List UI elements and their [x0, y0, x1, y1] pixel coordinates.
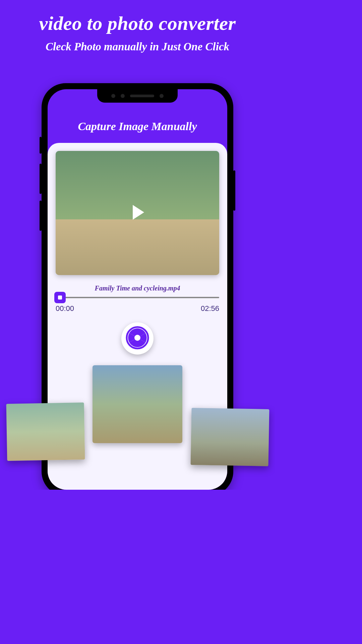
- capture-button[interactable]: [121, 322, 154, 355]
- promo-subtitle: Cleck Photo manually in Just One Click: [0, 41, 275, 53]
- captured-preview-left: [6, 402, 85, 461]
- svg-point-2: [134, 335, 140, 341]
- seek-slider[interactable]: 00:00 02:56: [56, 297, 219, 313]
- captured-preview-right: [191, 408, 269, 466]
- time-total: 02:56: [201, 304, 219, 313]
- video-filename: Family Time and cycleing.mp4: [56, 284, 219, 292]
- svg-marker-0: [133, 205, 144, 220]
- phone-notch: [97, 89, 178, 103]
- video-preview[interactable]: [56, 151, 219, 275]
- play-icon[interactable]: [128, 203, 147, 223]
- time-current: 00:00: [56, 304, 74, 313]
- screen-title: Capture Image Manually: [48, 120, 227, 133]
- seek-thumb[interactable]: [54, 292, 66, 303]
- captured-preview-center[interactable]: [93, 365, 182, 443]
- promo-header: video to photo converter Cleck Photo man…: [0, 0, 275, 53]
- shutter-icon: [125, 326, 149, 351]
- promo-title: video to photo converter: [0, 12, 275, 35]
- phone-side-button: [233, 170, 235, 211]
